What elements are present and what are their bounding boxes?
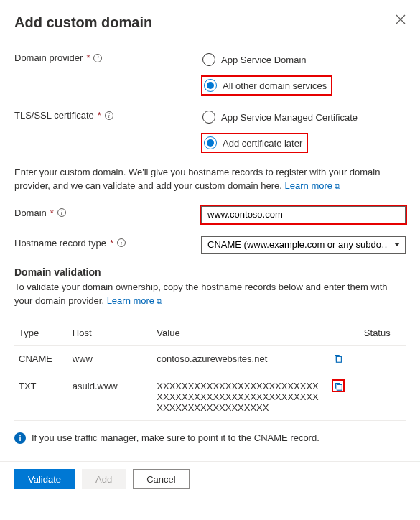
copy-icon[interactable] <box>333 353 343 363</box>
domain-provider-label: Domain provider <box>14 52 83 63</box>
tls-label: TLS/SSL certificate <box>14 110 94 121</box>
radio-icon <box>202 53 215 66</box>
cancel-button[interactable]: Cancel <box>133 469 189 489</box>
traffic-manager-note: If you use traffic manager, make sure to… <box>32 432 319 443</box>
radio-icon <box>204 136 217 149</box>
cell-status <box>360 346 406 373</box>
validate-button[interactable]: Validate <box>14 469 75 489</box>
info-icon[interactable]: i <box>57 208 66 217</box>
external-link-icon: ⧉ <box>335 181 340 192</box>
radio-label: App Service Managed Certificate <box>221 112 358 123</box>
radio-label: Add certificate later <box>223 138 302 149</box>
table-row: TXT asuid.www XXXXXXXXXXXXXXXXXXXXXXXXXX… <box>14 373 406 421</box>
external-link-icon: ⧉ <box>157 296 162 307</box>
copy-icon[interactable] <box>333 381 343 391</box>
cell-host: asuid.www <box>68 373 153 421</box>
domain-validation-heading: Domain validation <box>14 266 406 278</box>
helper-text: Enter your custom domain. We'll give you… <box>14 166 406 193</box>
domain-input[interactable] <box>201 206 406 223</box>
required-marker: * <box>110 238 113 249</box>
page-title: Add custom domain <box>14 14 152 31</box>
info-icon: i <box>14 432 26 444</box>
radio-icon <box>204 79 217 92</box>
hostname-type-label: Hostname record type <box>14 238 106 249</box>
required-marker: * <box>86 52 90 63</box>
cell-host: www <box>68 346 153 373</box>
radio-label: All other domain services <box>223 80 327 91</box>
learn-more-link[interactable]: Learn more⧉ <box>107 295 162 306</box>
required-marker: * <box>98 110 101 121</box>
cell-type: CNAME <box>14 346 68 373</box>
radio-add-cert-later[interactable]: Add certificate later <box>202 134 307 152</box>
svg-rect-2 <box>337 357 342 363</box>
th-host: Host <box>68 320 153 346</box>
validation-helper: To validate your domain ownership, copy … <box>14 281 406 308</box>
hostname-records-table: Type Host Value Status CNAME www contoso… <box>14 320 406 421</box>
table-row: CNAME www contoso.azurewebsites.net <box>14 346 406 373</box>
add-button: Add <box>82 469 126 489</box>
radio-managed-cert[interactable]: App Service Managed Certificate <box>201 108 406 126</box>
cell-value: XXXXXXXXXXXXXXXXXXXXXXXXXXXXXXXXXXXXXXXX… <box>152 373 329 421</box>
th-value: Value <box>152 320 329 346</box>
validation-body: To validate your domain ownership, copy … <box>14 282 388 306</box>
domain-label: Domain <box>14 208 47 218</box>
cell-status <box>360 373 406 421</box>
cell-value: contoso.azurewebsites.net <box>152 346 329 373</box>
cell-type: TXT <box>14 373 68 421</box>
th-type: Type <box>14 320 68 346</box>
radio-label: App Service Domain <box>221 55 307 65</box>
info-icon[interactable]: i <box>93 54 102 62</box>
required-marker: * <box>50 208 54 218</box>
hostname-type-select[interactable]: CNAME (www.example.com or any subdo… <box>201 236 406 254</box>
close-icon[interactable] <box>396 14 406 24</box>
radio-icon <box>202 111 215 124</box>
info-icon[interactable]: i <box>117 238 126 247</box>
radio-app-service-domain[interactable]: App Service Domain <box>201 51 406 68</box>
learn-more-link[interactable]: Learn more⧉ <box>285 180 340 191</box>
radio-all-other-domain[interactable]: All other domain services <box>202 77 331 94</box>
info-icon[interactable]: i <box>105 111 113 120</box>
svg-rect-3 <box>337 385 342 391</box>
th-status: Status <box>360 320 406 346</box>
